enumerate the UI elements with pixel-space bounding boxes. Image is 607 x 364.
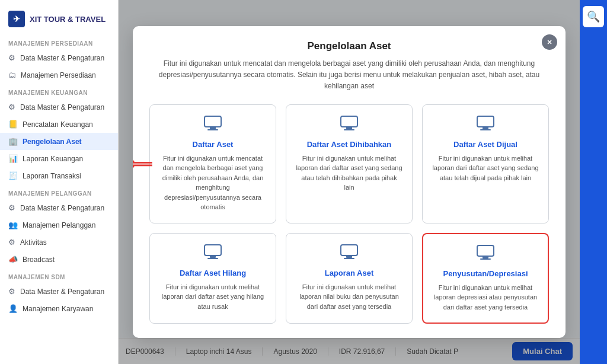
sidebar-item-icon: ⚙ xyxy=(8,103,15,111)
card-title: Daftar Aset Dijual xyxy=(432,140,539,149)
sidebar-item-icon: 🧾 xyxy=(8,171,18,180)
sidebar-item-label: Laporan Transaksi xyxy=(23,172,81,180)
sidebar-item-broadcast[interactable]: 📣Broadcast xyxy=(0,251,118,268)
sidebar-item-manajemen-pelanggan[interactable]: 👥Manajemen Pelanggan xyxy=(0,216,118,234)
svg-rect-7 xyxy=(483,127,488,129)
card-title: Daftar Aset xyxy=(159,140,266,149)
sidebar-item-manajemen-persediaan[interactable]: 🗂Manajemen Persediaan xyxy=(0,66,118,84)
card-title: Laporan Aset xyxy=(296,269,402,277)
svg-rect-6 xyxy=(477,116,494,127)
card-description: Fitur ini digunakan untuk melihat lapora… xyxy=(432,154,539,183)
svg-rect-8 xyxy=(480,129,491,130)
modal-title: Pengelolaan Aset xyxy=(149,40,549,52)
modal-description: Fitur ini digunakan untuk mencatat dan m… xyxy=(149,58,549,92)
svg-rect-11 xyxy=(207,258,218,259)
svg-rect-3 xyxy=(341,116,357,127)
sidebar-item-label: Pengelolaan Aset xyxy=(23,138,82,146)
card-description: Fitur ini digunakan untuk melihat lapora… xyxy=(433,283,538,312)
sidebar-item-label: Data Master & Pengaturan xyxy=(20,54,104,62)
sidebar-item-data-master-pelanggan[interactable]: ⚙Data Master & Pengaturan xyxy=(0,199,118,216)
card-icon xyxy=(296,116,402,135)
sidebar-item-label: Manajemen Pelanggan xyxy=(23,221,95,229)
sidebar-item-label: Pencatatan Keuangan xyxy=(23,120,93,129)
sidebar-item-icon: 👥 xyxy=(8,221,18,229)
modal-close-button[interactable]: × xyxy=(542,34,557,50)
sidebar-item-data-master-sdm[interactable]: ⚙Data Master & Pengaturan xyxy=(0,283,118,300)
svg-rect-16 xyxy=(483,256,488,258)
sidebar-item-icon: ⚙ xyxy=(8,53,15,62)
sidebar: ✈ XIT TOUR & TRAVEL MANAJEMEN PERSEDIAAN… xyxy=(0,0,119,364)
sidebar-item-label: Broadcast xyxy=(23,256,55,264)
svg-rect-13 xyxy=(346,256,352,258)
sidebar-item-icon: 📊 xyxy=(8,154,18,163)
card-daftar-aset-hilang[interactable]: Daftar Aset HilangFitur ini digunakan un… xyxy=(149,233,276,324)
sidebar-item-pengelolaan-aset[interactable]: 🏢Pengelolaan Aset xyxy=(0,133,118,150)
svg-rect-12 xyxy=(341,245,357,256)
card-icon xyxy=(296,244,402,264)
card-grid: Daftar AsetFitur ini digunakan untuk men… xyxy=(149,104,549,324)
card-description: Fitur ini digunakan untuk melihat lapora… xyxy=(296,154,402,193)
sidebar-item-label: Manajemen Persediaan xyxy=(21,71,96,79)
svg-rect-14 xyxy=(344,258,354,259)
card-icon xyxy=(159,116,266,135)
card-title: Penyusutan/Depresiasi xyxy=(433,269,538,278)
card-daftar-aset[interactable]: Daftar AsetFitur ini digunakan untuk men… xyxy=(149,104,276,223)
svg-rect-0 xyxy=(205,116,221,127)
card-description: Fitur ini digunakan untuk mencatat dan m… xyxy=(159,154,266,212)
modal-overlay: × Pengelolaan Aset Fitur ini digunakan u… xyxy=(119,0,580,364)
sidebar-item-label: Data Master & Pengaturan xyxy=(20,103,104,111)
card-laporan-aset[interactable]: Laporan AsetFitur ini digunakan untuk me… xyxy=(286,233,413,324)
card-penyusutan-depresiasi[interactable]: Penyusutan/DepresiasiFitur ini digunakan… xyxy=(422,233,549,324)
sidebar-section-title: MANAJEMEN PERSEDIAAN xyxy=(0,34,118,49)
sidebar-item-pencatatan-keuangan[interactable]: 📒Pencatatan Keuangan xyxy=(0,116,118,133)
sidebar-item-icon: 🏢 xyxy=(8,137,18,146)
sidebar-item-icon: 📒 xyxy=(8,120,18,129)
logo-icon: ✈ xyxy=(8,11,25,27)
card-icon xyxy=(433,245,538,264)
card-title: Daftar Aset Dihibahkan xyxy=(296,140,402,149)
sidebar-item-icon: 🗂 xyxy=(8,71,16,79)
sidebar-section-title: MANAJEMEN PELANGGAN xyxy=(0,184,118,199)
svg-rect-9 xyxy=(205,245,221,256)
card-title: Daftar Aset Hilang xyxy=(159,269,266,277)
app-logo: ✈ XIT TOUR & TRAVEL xyxy=(0,6,118,34)
sidebar-item-manajemen-karyawan[interactable]: 👤Manajemen Karyawan xyxy=(0,300,118,317)
sidebar-item-laporan-transaksi[interactable]: 🧾Laporan Transaksi xyxy=(0,167,118,184)
sidebar-section-title: MANAJEMEN KEUANGAN xyxy=(0,84,118,98)
svg-rect-2 xyxy=(207,129,218,130)
svg-rect-4 xyxy=(346,127,352,129)
svg-rect-1 xyxy=(210,127,216,129)
card-daftar-aset-dijual[interactable]: Daftar Aset DijualFitur ini digunakan un… xyxy=(422,104,549,223)
sidebar-item-aktivitas[interactable]: ⚙Aktivitas xyxy=(0,234,118,251)
sidebar-section-title: MANAJEMEN SDM xyxy=(0,268,118,283)
sidebar-item-icon: ⚙ xyxy=(8,203,15,212)
sidebar-item-icon: 👤 xyxy=(8,304,18,313)
svg-rect-10 xyxy=(210,256,216,258)
pengelolaan-aset-modal: × Pengelolaan Aset Fitur ini digunakan u… xyxy=(133,26,566,338)
card-description: Fitur ini digunakan untuk melihat lapora… xyxy=(296,282,402,312)
sidebar-item-label: Aktivitas xyxy=(20,238,47,247)
red-arrow-indicator: ⟸ xyxy=(133,154,152,174)
sidebar-item-laporan-keuangan[interactable]: 📊Laporan Keuangan xyxy=(0,150,118,167)
sidebar-item-label: Laporan Keuangan xyxy=(23,155,83,163)
search-icon[interactable]: 🔍 xyxy=(583,6,604,27)
right-search-panel[interactable]: 🔍 xyxy=(580,0,607,364)
main-content: DEP000643 Laptop inchi 14 Asus Agustus 2… xyxy=(119,0,580,364)
sidebar-item-label: Manajemen Karyawan xyxy=(23,305,93,313)
sidebar-item-label: Data Master & Pengaturan xyxy=(20,204,104,212)
svg-rect-17 xyxy=(480,258,491,260)
app-title: XIT TOUR & TRAVEL xyxy=(30,15,106,24)
sidebar-item-icon: ⚙ xyxy=(8,238,15,247)
card-description: Fitur ini digunakan untuk melihat lapora… xyxy=(159,282,266,312)
svg-rect-5 xyxy=(344,129,354,130)
card-daftar-aset-dihibahkan[interactable]: Daftar Aset DihibahkanFitur ini digunaka… xyxy=(286,104,413,223)
sidebar-item-icon: 📣 xyxy=(8,255,18,264)
card-icon xyxy=(432,116,539,135)
svg-rect-15 xyxy=(477,245,494,256)
sidebar-item-icon: ⚙ xyxy=(8,287,15,296)
sidebar-item-label: Data Master & Pengaturan xyxy=(20,288,104,296)
sidebar-item-data-master-keuangan[interactable]: ⚙Data Master & Pengaturan xyxy=(0,98,118,116)
card-icon xyxy=(159,244,266,264)
sidebar-item-data-master-persediaan[interactable]: ⚙Data Master & Pengaturan xyxy=(0,49,118,66)
